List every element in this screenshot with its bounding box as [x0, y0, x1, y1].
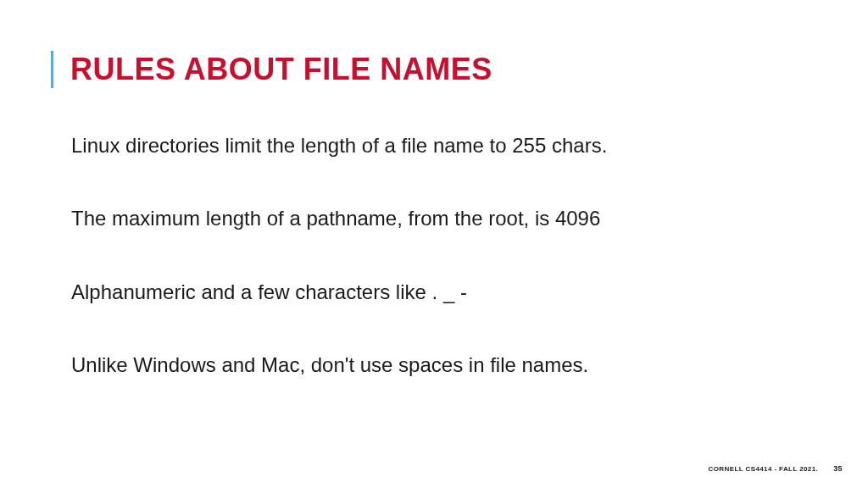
accent-bar: [51, 51, 53, 88]
body-line: The maximum length of a pathname, from t…: [71, 205, 792, 232]
slide-footer: CORNELL CS4414 - FALL 2021. 35: [709, 464, 843, 473]
slide: RULES ABOUT FILE NAMES Linux directories…: [0, 0, 868, 488]
body-line: Linux directories limit the length of a …: [71, 132, 792, 159]
page-number: 35: [833, 464, 843, 473]
title-wrap: RULES ABOUT FILE NAMES: [51, 51, 792, 88]
slide-title: RULES ABOUT FILE NAMES: [70, 52, 492, 87]
footer-course: CORNELL CS4414 - FALL 2021.: [709, 465, 819, 473]
slide-body: Linux directories limit the length of a …: [51, 132, 792, 380]
body-line: Alphanumeric and a few characters like .…: [71, 279, 792, 306]
body-line: Unlike Windows and Mac, don't use spaces…: [71, 352, 792, 379]
